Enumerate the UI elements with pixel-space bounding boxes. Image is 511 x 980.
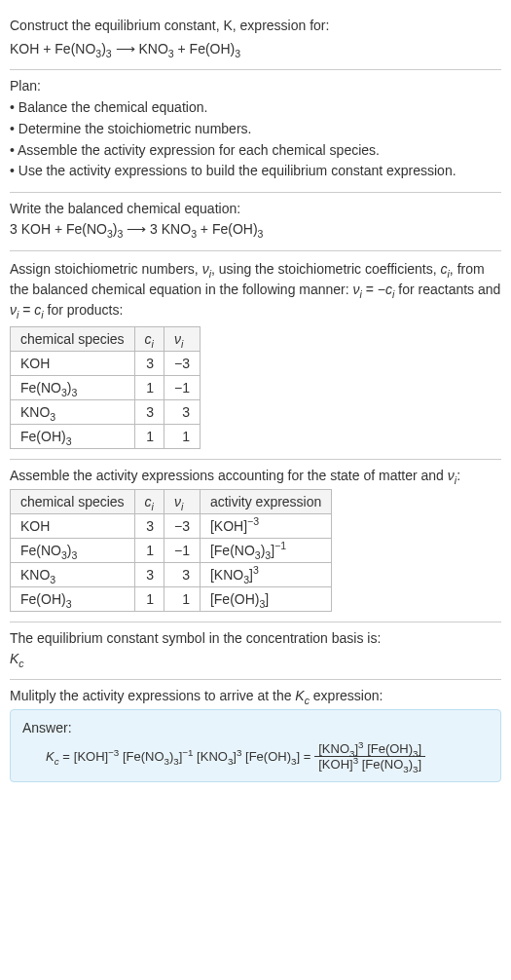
balanced-intro: Write the balanced chemical equation: — [10, 201, 501, 216]
activity-table: chemical species ci νi activity expressi… — [10, 489, 332, 612]
cell-species: KNO3 — [11, 399, 135, 424]
kc-frac-den: [KOH]3 [Fe(NO3)3] — [314, 757, 425, 772]
cell-ci: 1 — [134, 538, 164, 562]
plan-item: • Use the activity expressions to build … — [10, 161, 501, 182]
plan-item: • Balance the chemical equation. — [10, 97, 501, 119]
activity-section: Assemble the activity expressions accoun… — [10, 460, 501, 622]
cell-species: KNO3 — [11, 562, 135, 586]
multiply-section: Mulitply the activity expressions to arr… — [10, 680, 501, 792]
kc-symbol: Kc — [10, 648, 501, 669]
col-species: chemical species — [11, 326, 135, 351]
col-vi: νi — [164, 326, 200, 351]
multiply-intro: Mulitply the activity expressions to arr… — [10, 688, 501, 703]
table-row: KNO3 3 3 — [11, 399, 201, 424]
table-header-row: chemical species ci νi — [11, 326, 201, 351]
kc-symbol-intro: The equilibrium constant symbol in the c… — [10, 630, 501, 646]
cell-expr: [KOH]−3 — [200, 513, 331, 538]
kc-symbol-section: The equilibrium constant symbol in the c… — [10, 622, 501, 680]
activity-intro: Assemble the activity expressions accoun… — [10, 468, 501, 483]
table-row: KNO3 3 3 [KNO3]3 — [11, 562, 332, 586]
kc-expression: Kc = [KOH]−3 [Fe(NO3)3]−1 [KNO3]3 [Fe(OH… — [22, 741, 489, 772]
table-row: Fe(NO3)3 1 −1 — [11, 375, 201, 399]
page: Construct the equilibrium constant, K, e… — [0, 0, 511, 804]
kc-fraction: [KNO3]3 [Fe(OH)3] [KOH]3 [Fe(NO3)3] — [314, 741, 425, 772]
table-row: Fe(NO3)3 1 −1 [Fe(NO3)3]−1 — [11, 538, 332, 562]
cell-vi: 1 — [164, 586, 200, 611]
kc-lhs: Kc = — [46, 749, 70, 764]
assign-intro: Assign stoichiometric numbers, νi, using… — [10, 259, 501, 320]
answer-label: Answer: — [22, 720, 489, 735]
kc-flat: [KOH]−3 [Fe(NO3)3]−1 [KNO3]3 [Fe(OH)3] = — [74, 749, 310, 764]
plan-item: • Assemble the activity expression for e… — [10, 140, 501, 162]
cell-vi: 3 — [164, 399, 200, 424]
cell-ci: 1 — [134, 375, 164, 399]
cell-vi: −3 — [164, 513, 200, 538]
cell-vi: −3 — [164, 351, 200, 375]
cell-species: Fe(OH)3 — [11, 424, 135, 448]
cell-ci: 3 — [134, 351, 164, 375]
plan-list: • Balance the chemical equation. • Deter… — [10, 97, 501, 182]
cell-vi: 1 — [164, 424, 200, 448]
prompt-section: Construct the equilibrium constant, K, e… — [10, 8, 501, 70]
stoich-table: chemical species ci νi KOH 3 −3 Fe(NO3)3… — [10, 326, 201, 449]
col-expr: activity expression — [200, 489, 331, 513]
balanced-equation: 3 KOH + Fe(NO3)3 ⟶ 3 KNO3 + Fe(OH)3 — [10, 218, 501, 240]
cell-species: Fe(OH)3 — [11, 586, 135, 611]
table-row: KOH 3 −3 [KOH]−3 — [11, 513, 332, 538]
cell-vi: −1 — [164, 538, 200, 562]
table-row: Fe(OH)3 1 1 — [11, 424, 201, 448]
cell-species: Fe(NO3)3 — [11, 538, 135, 562]
col-ci: ci — [134, 489, 164, 513]
unbalanced-equation: KOH + Fe(NO3)3 ⟶ KNO3 + Fe(OH)3 — [10, 38, 501, 59]
cell-expr: [Fe(OH)3] — [200, 586, 331, 611]
col-vi: νi — [164, 489, 200, 513]
cell-ci: 3 — [134, 513, 164, 538]
col-species: chemical species — [11, 489, 135, 513]
table-header-row: chemical species ci νi activity expressi… — [11, 489, 332, 513]
plan-item: • Determine the stoichiometric numbers. — [10, 119, 501, 140]
table-row: KOH 3 −3 — [11, 351, 201, 375]
table-row: Fe(OH)3 1 1 [Fe(OH)3] — [11, 586, 332, 611]
plan-title: Plan: — [10, 78, 501, 94]
kc-frac-num: [KNO3]3 [Fe(OH)3] — [314, 741, 425, 757]
cell-vi: 3 — [164, 562, 200, 586]
prompt-text: Construct the equilibrium constant, K, e… — [10, 16, 501, 36]
cell-ci: 1 — [134, 424, 164, 448]
cell-ci: 3 — [134, 562, 164, 586]
plan-section: Plan: • Balance the chemical equation. •… — [10, 70, 501, 193]
cell-expr: [KNO3]3 — [200, 562, 331, 586]
col-ci: ci — [134, 326, 164, 351]
cell-ci: 3 — [134, 399, 164, 424]
cell-species: KOH — [11, 351, 135, 375]
cell-ci: 1 — [134, 586, 164, 611]
balanced-section: Write the balanced chemical equation: 3 … — [10, 193, 501, 250]
cell-species: Fe(NO3)3 — [11, 375, 135, 399]
cell-expr: [Fe(NO3)3]−1 — [200, 538, 331, 562]
answer-box: Answer: Kc = [KOH]−3 [Fe(NO3)3]−1 [KNO3]… — [10, 709, 501, 782]
cell-vi: −1 — [164, 375, 200, 399]
cell-species: KOH — [11, 513, 135, 538]
assign-section: Assign stoichiometric numbers, νi, using… — [10, 251, 501, 460]
